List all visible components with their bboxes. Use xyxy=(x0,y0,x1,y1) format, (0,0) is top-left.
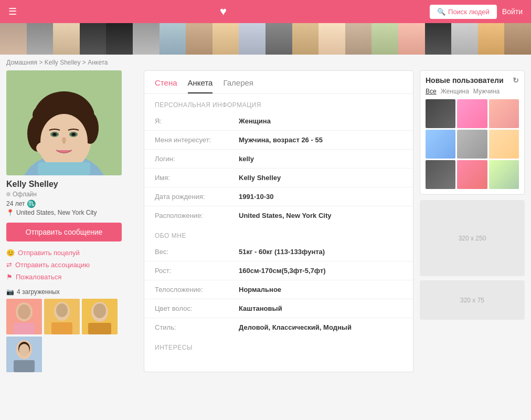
user-thumb-6[interactable] xyxy=(489,130,519,159)
tab-profile[interactable]: Анкета xyxy=(188,78,213,93)
strip-photo-9[interactable] xyxy=(213,23,239,55)
report-label: Пожаловаться xyxy=(16,273,61,281)
strip-photo-15[interactable] xyxy=(371,23,398,55)
search-label: Поиск людей xyxy=(448,8,490,16)
user-thumb-9[interactable] xyxy=(489,160,519,189)
field-value: Женщина xyxy=(228,112,413,131)
strip-photo-14[interactable] xyxy=(345,23,372,55)
profile-location: 📍 United States, New York City xyxy=(6,209,137,216)
strip-photo-10[interactable] xyxy=(239,23,266,55)
new-users-box: Новые пользователи ↻ Все Женщина Мужчина xyxy=(420,70,525,195)
ad-small-label: 320 x 75 xyxy=(460,297,484,304)
field-value: United States, New York City xyxy=(228,206,413,225)
center-column: Стена Анкета Галерея ПЕРСОНАЛЬНАЯ ИНФОРМ… xyxy=(144,70,413,372)
strip-photo-19[interactable] xyxy=(478,23,505,55)
table-row: Телосложение: Нормальное xyxy=(144,280,413,299)
user-thumb-4[interactable] xyxy=(426,130,455,159)
breadcrumb-user[interactable]: Kelly Shelley xyxy=(45,59,81,66)
search-icon: 🔍 xyxy=(437,8,445,16)
thumb-4[interactable] xyxy=(6,337,42,372)
field-label: Логин: xyxy=(144,150,228,169)
table-row: Имя: Kelly Shelley xyxy=(144,169,413,187)
strip-photo-6[interactable] xyxy=(133,23,160,55)
about-me-title: ОБО МНЕ xyxy=(144,225,413,243)
field-label: Вес: xyxy=(144,243,228,261)
uploaded-section: 📷 4 загруженных xyxy=(6,288,137,372)
field-label: Цвет волос: xyxy=(144,299,228,318)
field-label: Имя: xyxy=(144,169,228,187)
svg-rect-19 xyxy=(14,323,35,334)
breadcrumb-home[interactable]: Домашняя xyxy=(6,59,37,66)
user-thumb-5[interactable] xyxy=(457,130,487,159)
report-link[interactable]: ⚑ Пожаловаться xyxy=(6,273,137,281)
refresh-icon[interactable]: ↻ xyxy=(513,76,519,85)
field-value: Каштановый xyxy=(228,299,413,318)
kiss-link[interactable]: 😊 Отправить поцелуй xyxy=(6,249,137,257)
strip-photo-20[interactable] xyxy=(504,23,531,55)
strip-photo-5[interactable] xyxy=(106,23,133,55)
about-me-table: Вес: 51кг - 60кг (113-133фунта) Рост: 16… xyxy=(144,243,413,337)
filter-female[interactable]: Женщина xyxy=(441,88,469,95)
user-thumb-7[interactable] xyxy=(426,160,455,189)
svg-point-13 xyxy=(71,133,76,136)
zodiac-icon: ♏ xyxy=(27,200,36,208)
ad-large: 320 x 250 xyxy=(420,200,525,276)
association-link[interactable]: ⇄ Отправить ассоциацию xyxy=(6,261,137,269)
strip-photo-4[interactable] xyxy=(80,23,107,55)
strip-photo-2[interactable] xyxy=(27,23,54,55)
action-links: 😊 Отправить поцелуй ⇄ Отправить ассоциац… xyxy=(6,249,137,281)
association-icon: ⇄ xyxy=(6,261,12,269)
field-label: Дата рождения: xyxy=(144,187,228,206)
search-button[interactable]: 🔍 Поиск людей xyxy=(430,5,497,19)
field-value: 160см-170см(5,3фт-5,7фт) xyxy=(228,261,413,280)
thumb-1[interactable] xyxy=(6,299,42,334)
filter-male[interactable]: Мужчина xyxy=(473,88,500,95)
svg-rect-27 xyxy=(88,323,111,334)
strip-photo-3[interactable] xyxy=(53,23,80,55)
user-thumb-2[interactable] xyxy=(457,99,487,128)
profile-status: Офлайн xyxy=(6,191,137,198)
field-value: Деловой, Классический, Модный xyxy=(228,318,413,337)
strip-photo-16[interactable] xyxy=(398,23,425,55)
thumb-2[interactable] xyxy=(44,299,80,334)
new-users-filter: Все Женщина Мужчина xyxy=(426,88,519,95)
field-label: Стиль: xyxy=(144,318,228,337)
user-thumb-1[interactable] xyxy=(426,99,455,128)
tab-gallery[interactable]: Галерея xyxy=(223,78,253,93)
right-column: Новые пользователи ↻ Все Женщина Мужчина xyxy=(420,70,525,372)
strip-photo-1[interactable] xyxy=(0,23,27,55)
tab-wall[interactable]: Стена xyxy=(155,78,177,93)
field-label: Я: xyxy=(144,112,228,131)
kiss-icon: 😊 xyxy=(6,249,15,257)
header-actions: 🔍 Поиск людей Войти xyxy=(430,5,523,19)
photo-strip xyxy=(0,23,531,55)
profile-photo[interactable] xyxy=(6,70,122,175)
strip-photo-8[interactable] xyxy=(186,23,213,55)
table-row: Рост: 160см-170см(5,3фт-5,7фт) xyxy=(144,261,413,280)
ad-large-label: 320 x 250 xyxy=(459,235,486,242)
field-value: kelly xyxy=(228,150,413,169)
age-text: 24 лет xyxy=(6,200,25,207)
table-row: Меня интересует: Мужчина, возраст 26 - 5… xyxy=(144,131,413,150)
svg-point-12 xyxy=(52,133,57,136)
ad-small: 320 x 75 xyxy=(420,280,525,320)
filter-all[interactable]: Все xyxy=(426,88,437,95)
user-thumb-3[interactable] xyxy=(489,99,519,128)
new-users-label: Новые пользователи xyxy=(426,76,504,85)
field-value: Мужчина, возраст 26 - 55 xyxy=(228,131,413,150)
user-thumb-8[interactable] xyxy=(457,160,487,189)
strip-photo-7[interactable] xyxy=(160,23,186,55)
login-button[interactable]: Войти xyxy=(502,7,523,16)
left-column: Kelly Shelley Офлайн 24 лет ♏ 📍 United S… xyxy=(6,70,137,372)
strip-photo-17[interactable] xyxy=(425,23,452,55)
message-button[interactable]: Отправить сообщение xyxy=(6,223,122,242)
strip-photo-11[interactable] xyxy=(266,23,292,55)
menu-icon[interactable]: ☰ xyxy=(8,6,17,17)
strip-photo-12[interactable] xyxy=(292,23,319,55)
strip-photo-18[interactable] xyxy=(451,23,478,55)
profile-name: Kelly Shelley xyxy=(6,180,137,189)
table-row: Стиль: Деловой, Классический, Модный xyxy=(144,318,413,337)
thumb-3[interactable] xyxy=(82,299,118,334)
table-row: Цвет волос: Каштановый xyxy=(144,299,413,318)
strip-photo-13[interactable] xyxy=(318,23,345,55)
